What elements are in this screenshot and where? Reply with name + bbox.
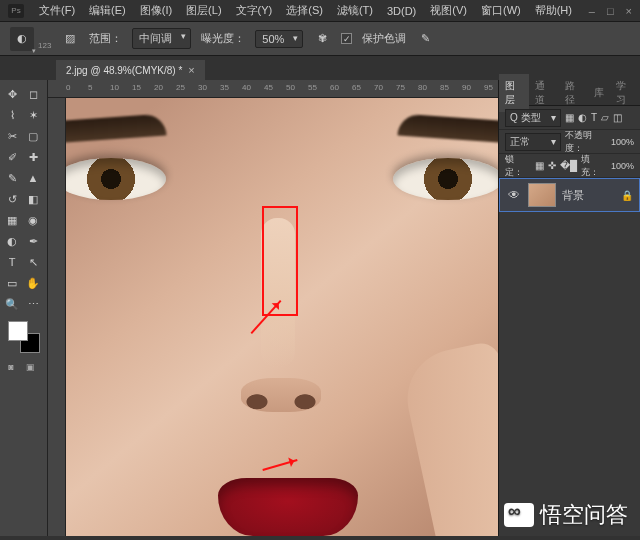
pressure-icon[interactable]: ✎ xyxy=(416,31,434,47)
move-tool-icon[interactable]: ✥ xyxy=(2,84,22,104)
layer-name: 背景 xyxy=(562,188,584,203)
image-content xyxy=(66,158,166,200)
image-content xyxy=(241,378,321,412)
blur-tool-icon[interactable]: ◉ xyxy=(23,210,43,230)
pen-tool-icon[interactable]: ✒ xyxy=(23,231,43,251)
tab-layers[interactable]: 图层 xyxy=(499,74,529,112)
airbrush-icon[interactable]: ✾ xyxy=(313,31,331,47)
foreground-color-swatch[interactable] xyxy=(8,321,28,341)
crop-tool-icon[interactable]: ✂ xyxy=(2,126,22,146)
current-tool-icon[interactable]: ◐ xyxy=(10,27,34,51)
tab-paths[interactable]: 路径 xyxy=(559,74,589,112)
lock-all-icon[interactable]: �█ xyxy=(560,160,577,171)
brush-size-value: 123 xyxy=(38,41,51,50)
canvas[interactable] xyxy=(66,98,498,536)
path-select-tool-icon[interactable]: ↖ xyxy=(23,252,43,272)
filter-pixel-icon[interactable]: ▦ xyxy=(565,112,574,123)
menu-type[interactable]: 文字(Y) xyxy=(229,0,280,21)
hand-tool-icon[interactable]: ✋ xyxy=(23,273,43,293)
zoom-tool-icon[interactable]: 🔍 xyxy=(2,294,22,314)
color-swatches[interactable] xyxy=(8,321,40,353)
lock-pixels-icon[interactable]: ▦ xyxy=(535,160,544,171)
stamp-tool-icon[interactable]: ▲ xyxy=(23,168,43,188)
screenmode-icon[interactable]: ▣ xyxy=(21,360,39,374)
tab-learn[interactable]: 学习 xyxy=(610,74,640,112)
layer-item[interactable]: 👁 背景 🔒 xyxy=(499,178,640,212)
fill-value[interactable]: 100% xyxy=(611,161,634,171)
app-logo-icon: Ps xyxy=(8,4,24,18)
layer-thumbnail[interactable] xyxy=(528,183,556,207)
vertical-ruler[interactable] xyxy=(48,98,66,536)
filter-shape-icon[interactable]: ▱ xyxy=(601,112,609,123)
type-tool-icon[interactable]: T xyxy=(2,252,22,272)
marquee-tool-icon[interactable]: ◻ xyxy=(23,84,43,104)
quick-select-tool-icon[interactable]: ✶ xyxy=(23,105,43,125)
menu-bar: Ps 文件(F) 编辑(E) 图像(I) 图层(L) 文字(Y) 选择(S) 滤… xyxy=(0,0,640,22)
frame-tool-icon[interactable]: ▢ xyxy=(23,126,43,146)
lock-position-icon[interactable]: ✜ xyxy=(548,160,556,171)
fill-label: 填充： xyxy=(581,153,607,179)
brush-preset-icon[interactable]: ▨ xyxy=(61,31,79,47)
protect-tones-label: 保护色调 xyxy=(362,31,406,46)
dodge-tool-icon[interactable]: ◐ xyxy=(2,231,22,251)
image-content xyxy=(393,158,498,200)
eraser-tool-icon[interactable]: ◧ xyxy=(23,189,43,209)
range-label: 范围： xyxy=(89,31,122,46)
annotation-arrow-icon xyxy=(262,459,297,471)
toolbox: ✥ ◻ ⌇ ✶ ✂ ▢ ✐ ✚ ✎ ▲ ↺ ◧ ▦ ◉ ◐ ✒ T ↖ ▭ ✋ … xyxy=(0,80,48,536)
watermark: 悟空问答 xyxy=(504,500,628,530)
panel-tabs: 图层 通道 路径 库 学习 xyxy=(499,80,640,106)
filter-type-icon[interactable]: T xyxy=(591,112,597,123)
watermark-logo-icon xyxy=(504,503,534,527)
menu-3d[interactable]: 3D(D) xyxy=(380,2,423,20)
menu-view[interactable]: 视图(V) xyxy=(423,0,474,21)
options-bar: ◐ 123 ▨ 范围： 中间调 曝光度： 50% ✾ ✓ 保护色调 ✎ xyxy=(0,22,640,56)
panel-dock: 图层 通道 路径 库 学习 Q 类型▾ ▦ ◐ T ▱ ◫ 正常▾ 不透明度： … xyxy=(498,80,640,536)
layer-kind-select[interactable]: Q 类型▾ xyxy=(505,109,561,127)
filter-smart-icon[interactable]: ◫ xyxy=(613,112,622,123)
brush-tool-icon[interactable]: ✎ xyxy=(2,168,22,188)
window-close-icon[interactable]: × xyxy=(626,5,632,17)
shape-tool-icon[interactable]: ▭ xyxy=(2,273,22,293)
menu-file[interactable]: 文件(F) xyxy=(32,0,82,21)
healing-tool-icon[interactable]: ✚ xyxy=(23,147,43,167)
image-content xyxy=(398,340,498,536)
window-minimize-icon[interactable]: – xyxy=(589,5,595,17)
lock-label: 锁定： xyxy=(505,153,531,179)
blend-mode-select[interactable]: 正常▾ xyxy=(505,133,561,151)
close-tab-icon[interactable]: × xyxy=(188,64,194,76)
menu-help[interactable]: 帮助(H) xyxy=(528,0,579,21)
layer-visibility-icon[interactable]: 👁 xyxy=(506,188,522,202)
eyedropper-tool-icon[interactable]: ✐ xyxy=(2,147,22,167)
lasso-tool-icon[interactable]: ⌇ xyxy=(2,105,22,125)
menu-image[interactable]: 图像(I) xyxy=(133,0,179,21)
document-tab-title: 2.jpg @ 48.9%(CMYK/8) * xyxy=(66,65,182,76)
canvas-area: 05101520253035404550556065707580859095 xyxy=(48,80,498,536)
exposure-select[interactable]: 50% xyxy=(255,30,303,48)
range-select[interactable]: 中间调 xyxy=(132,28,191,49)
menu-filter[interactable]: 滤镜(T) xyxy=(330,0,380,21)
menu-edit[interactable]: 编辑(E) xyxy=(82,0,133,21)
document-tab[interactable]: 2.jpg @ 48.9%(CMYK/8) * × xyxy=(56,60,205,80)
tab-channels[interactable]: 通道 xyxy=(529,74,559,112)
menu-select[interactable]: 选择(S) xyxy=(279,0,330,21)
horizontal-ruler[interactable]: 05101520253035404550556065707580859095 xyxy=(48,80,498,98)
gradient-tool-icon[interactable]: ▦ xyxy=(2,210,22,230)
history-brush-tool-icon[interactable]: ↺ xyxy=(2,189,22,209)
blend-row: 正常▾ 不透明度： 100% xyxy=(499,130,640,154)
lock-row: 锁定： ▦ ✜ �█ 填充： 100% xyxy=(499,154,640,178)
menu-layer[interactable]: 图层(L) xyxy=(179,0,228,21)
opacity-label: 不透明度： xyxy=(565,129,607,155)
lock-icon: 🔒 xyxy=(621,190,633,201)
protect-tones-checkbox[interactable]: ✓ xyxy=(341,33,352,44)
opacity-value[interactable]: 100% xyxy=(611,137,634,147)
quickmask-icon[interactable]: ◙ xyxy=(2,360,20,374)
menu-window[interactable]: 窗口(W) xyxy=(474,0,528,21)
filter-adjust-icon[interactable]: ◐ xyxy=(578,112,587,123)
image-content xyxy=(66,113,167,144)
image-content xyxy=(397,113,498,144)
exposure-label: 曝光度： xyxy=(201,31,245,46)
tab-libraries[interactable]: 库 xyxy=(588,81,610,105)
window-maximize-icon[interactable]: □ xyxy=(607,5,614,17)
edit-toolbar-icon[interactable]: ⋯ xyxy=(23,294,43,314)
